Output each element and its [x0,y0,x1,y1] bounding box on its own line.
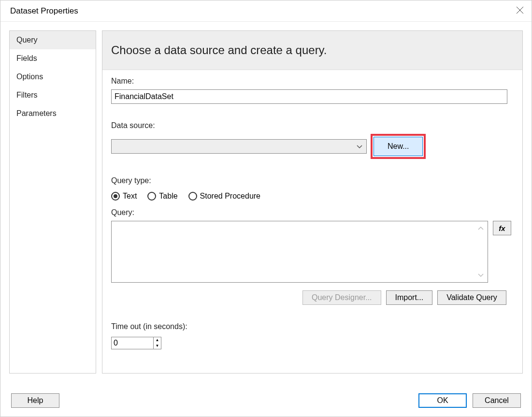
query-textarea[interactable] [111,221,488,283]
chevron-down-icon [357,142,362,151]
radio-stored-procedure[interactable]: Stored Procedure [188,192,260,201]
data-source-row: New... [111,134,514,159]
main-content: Name: Data source: New... [102,70,522,349]
new-button-highlight: New... [371,134,426,159]
new-data-source-button[interactable]: New... [374,137,423,156]
dialog-title: Dataset Properties [10,6,78,16]
bottom-right-buttons: OK Cancel [418,393,521,408]
sidebar-item-filters[interactable]: Filters [10,86,96,104]
scroll-up-icon[interactable] [476,222,486,234]
sidebar-item-query[interactable]: Query [10,31,96,49]
main-heading: Choose a data source and create a query. [102,31,522,70]
radio-icon [111,192,120,201]
query-type-radios: Text Table Stored Procedure [111,192,514,201]
main-panel: Choose a data source and create a query.… [102,30,523,374]
titlebar: Dataset Properties [0,0,532,22]
spin-down-icon[interactable]: ▼ [154,343,161,349]
radio-icon [188,192,197,201]
query-designer-button[interactable]: Query Designer... [302,290,381,305]
cancel-button[interactable]: Cancel [473,393,521,408]
radio-icon [147,192,156,201]
help-button[interactable]: Help [11,393,59,408]
sidebar-item-fields[interactable]: Fields [10,49,96,68]
sidebar-item-parameters[interactable]: Parameters [10,104,96,123]
dialog-body: Query Fields Options Filters Parameters … [0,22,532,382]
dialog-bottom-row: Help OK Cancel [11,393,521,408]
spin-arrows: ▲ ▼ [154,337,161,349]
timeout-label: Time out (in seconds): [111,322,514,331]
timeout-spinner: ▲ ▼ [111,337,514,349]
import-button[interactable]: Import... [386,290,433,305]
spin-up-icon[interactable]: ▲ [154,337,161,343]
query-buttons-row: Query Designer... Import... Validate Que… [302,290,514,305]
radio-table[interactable]: Table [147,192,177,201]
validate-query-button[interactable]: Validate Query [437,290,506,305]
query-row: fx [111,221,514,283]
scroll-down-icon[interactable] [476,270,486,281]
sidebar: Query Fields Options Filters Parameters [9,30,96,374]
name-label: Name: [111,77,514,86]
expression-button[interactable]: fx [493,221,511,235]
radio-text[interactable]: Text [111,192,137,201]
close-button[interactable] [504,6,524,16]
query-type-label: Query type: [111,176,514,185]
data-source-label: Data source: [111,121,514,130]
timeout-input[interactable] [111,337,154,349]
query-label: Query: [111,208,514,217]
dataset-properties-dialog: Dataset Properties Query Fields Options … [0,0,532,417]
ok-button[interactable]: OK [418,393,467,408]
sidebar-item-options[interactable]: Options [10,68,96,86]
data-source-select[interactable] [111,139,367,154]
fx-icon: fx [499,224,505,232]
name-input[interactable] [111,89,507,104]
close-icon [516,6,524,14]
